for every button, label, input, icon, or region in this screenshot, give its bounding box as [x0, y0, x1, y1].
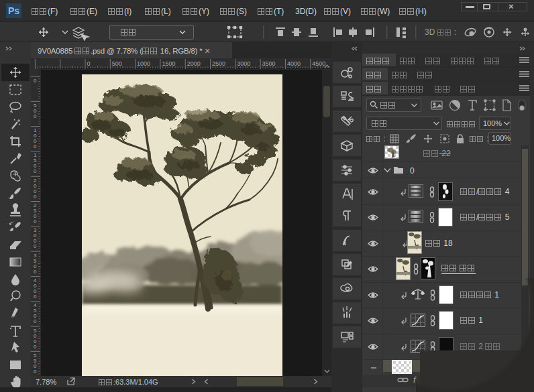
svg-text:1500: 1500 — [162, 60, 175, 67]
svg-text:0: 0 — [34, 168, 37, 174]
svg-text:1000: 1000 — [137, 60, 150, 67]
svg-text:2500: 2500 — [212, 60, 225, 67]
svg-text:0: 0 — [34, 369, 37, 375]
svg-text:0: 0 — [34, 243, 37, 249]
svg-text:0: 0 — [34, 143, 37, 149]
svg-text:0: 0 — [34, 194, 37, 200]
svg-text:500: 500 — [112, 60, 122, 67]
svg-text:0: 0 — [34, 113, 37, 119]
svg-text:0: 0 — [34, 78, 37, 84]
svg-text:0: 0 — [34, 318, 37, 324]
svg-text:0: 0 — [87, 60, 91, 67]
svg-text:0: 0 — [34, 269, 37, 275]
svg-text:3000: 3000 — [237, 60, 250, 67]
svg-text:3500: 3500 — [262, 60, 276, 67]
svg-text:2000: 2000 — [187, 60, 201, 67]
svg-text:0: 0 — [34, 218, 37, 224]
svg-text:4000: 4000 — [287, 60, 301, 67]
svg-text:0: 0 — [34, 293, 37, 300]
svg-text:0: 0 — [34, 344, 37, 350]
